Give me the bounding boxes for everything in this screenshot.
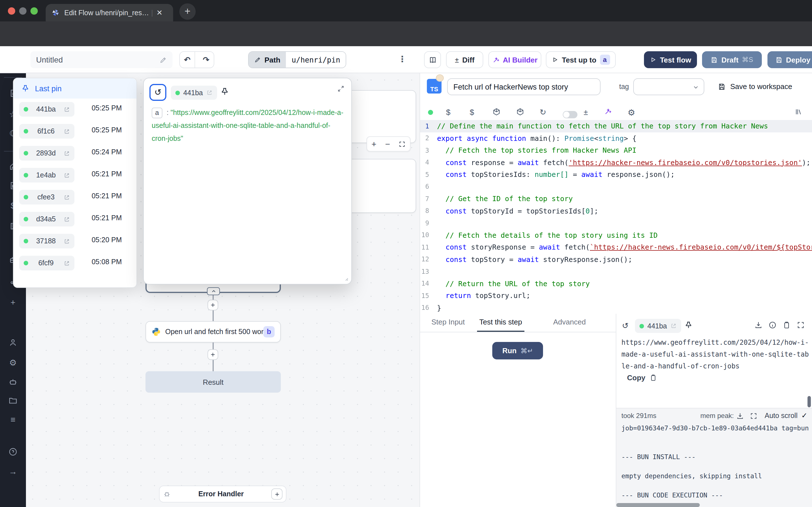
step-title-input[interactable]: [447, 78, 601, 95]
variables-icon[interactable]: $: [446, 108, 451, 117]
sidebar-item-add[interactable]: +: [0, 297, 26, 307]
tab-close-icon[interactable]: ✕: [156, 8, 163, 17]
external-link-icon[interactable]: [64, 216, 70, 222]
tag-select[interactable]: [633, 78, 704, 95]
ai-builder-button[interactable]: AI Builder: [488, 51, 541, 68]
pin-id-pill[interactable]: 441ba: [19, 102, 74, 117]
zoom-out-icon[interactable]: −: [385, 139, 390, 149]
window-zoom-button[interactable]: [31, 7, 38, 15]
download-icon[interactable]: [737, 412, 744, 420]
pin-id-pill[interactable]: d34a5: [19, 212, 74, 226]
pin-id-pill[interactable]: 1e4ab: [19, 168, 74, 182]
external-link-icon[interactable]: [670, 323, 677, 329]
pin-icon[interactable]: [684, 321, 693, 329]
deploy-button[interactable]: Deploy: [767, 51, 812, 68]
resize-handle[interactable]: [342, 275, 349, 282]
auto-scroll-label[interactable]: Auto scroll: [765, 412, 798, 420]
log-panel[interactable]: took 291ms mem peak: 2 Auto scroll ✓ job…: [616, 408, 812, 507]
flow-name-field[interactable]: Untitled: [31, 51, 172, 68]
pin-list-item[interactable]: 37188 05:20 PM: [13, 233, 137, 249]
redo-button[interactable]: ↷: [199, 52, 214, 68]
sidebar-item-help[interactable]: [0, 447, 26, 456]
sidebar-collapse-icon[interactable]: →: [0, 466, 26, 476]
external-link-icon[interactable]: [64, 128, 70, 134]
diff-icon[interactable]: ±: [583, 108, 588, 117]
diff-button[interactable]: ± Diff: [446, 51, 483, 68]
reload-icon[interactable]: ↻: [540, 108, 546, 117]
collapse-chevron-up-icon[interactable]: [207, 287, 220, 295]
run-button[interactable]: Run⌘↵: [492, 342, 543, 359]
window-close-button[interactable]: [8, 7, 15, 15]
pin-list-item[interactable]: cfee3 05:21 PM: [13, 189, 137, 206]
path-button[interactable]: Path u/henri/pin: [248, 51, 347, 68]
browser-tab[interactable]: Edit Flow u/henri/pin_results | ✕: [46, 4, 173, 21]
info-icon[interactable]: [769, 321, 776, 329]
external-link-icon[interactable]: [64, 172, 70, 178]
sidebar-item-workers[interactable]: [0, 378, 26, 386]
pin-list-item[interactable]: d34a5 05:21 PM: [13, 211, 137, 228]
settings-gear-icon[interactable]: ⚙: [627, 108, 635, 118]
fullscreen-icon[interactable]: [750, 412, 757, 420]
add-error-handler-button[interactable]: [271, 489, 283, 500]
save-to-workspace-button[interactable]: Save to workspace: [718, 82, 792, 91]
package-icon[interactable]: [516, 108, 524, 116]
history-icon[interactable]: ↺: [622, 321, 628, 330]
pin-icon[interactable]: [220, 87, 229, 96]
clipboard-icon[interactable]: [783, 321, 791, 329]
fullscreen-icon[interactable]: [797, 321, 805, 329]
pin-id-pill[interactable]: 6f1c6: [19, 124, 74, 138]
window-minimize-button[interactable]: [19, 7, 27, 15]
vertical-scrollbar-thumb[interactable]: [808, 396, 811, 407]
external-link-icon[interactable]: [64, 260, 70, 266]
draft-button[interactable]: Draft ⌘S: [702, 51, 762, 68]
edit-pencil-icon[interactable]: [160, 56, 167, 63]
download-icon[interactable]: [755, 321, 762, 329]
insert-step-button[interactable]: [207, 300, 218, 311]
pin-id-pill[interactable]: 441ba: [171, 86, 217, 100]
expand-icon[interactable]: [337, 85, 345, 93]
copy-button[interactable]: Copy: [627, 374, 657, 382]
external-link-icon[interactable]: [64, 150, 70, 156]
library-icon[interactable]: [795, 108, 803, 116]
diff-mode-toggle[interactable]: [563, 111, 577, 118]
tab-step-input[interactable]: Step Input: [432, 318, 465, 326]
sidebar-item-folders[interactable]: [0, 396, 26, 405]
pin-list-item[interactable]: 441ba 05:25 PM: [13, 101, 137, 118]
more-options-icon[interactable]: ⋮: [398, 54, 407, 64]
insert-step-button[interactable]: [207, 349, 218, 360]
error-handler-node[interactable]: Error Handler: [159, 486, 287, 503]
docs-button[interactable]: [424, 51, 441, 68]
package-icon[interactable]: [492, 108, 501, 116]
new-tab-button[interactable]: +: [179, 3, 196, 20]
result-node[interactable]: Result: [146, 371, 281, 393]
pin-id-pill[interactable]: 2893d: [19, 146, 74, 161]
sidebar-item-settings[interactable]: ⚙: [0, 358, 26, 368]
pin-id-pill[interactable]: cfee3: [19, 190, 74, 205]
history-button[interactable]: ↺: [149, 84, 166, 101]
sidebar-item-account[interactable]: [0, 338, 26, 347]
ai-wand-icon[interactable]: [604, 108, 612, 115]
pin-list-item[interactable]: 2893d 05:24 PM: [13, 145, 137, 162]
pin-list-item[interactable]: 6f1c6 05:25 PM: [13, 123, 137, 140]
pin-id-pill[interactable]: 6fcf9: [19, 256, 74, 270]
sidebar-item-groups[interactable]: ≡: [0, 414, 26, 424]
pin-list-item[interactable]: 1e4ab 05:21 PM: [13, 167, 137, 184]
tab-advanced[interactable]: Advanced: [553, 318, 586, 326]
code-editor[interactable]: 1// Define the main function to fetch th…: [420, 120, 812, 314]
test-up-to-button[interactable]: Test up to a: [546, 51, 616, 68]
horizontal-scrollbar-thumb[interactable]: [616, 503, 700, 507]
step-node-b[interactable]: Open url and fetch first 500 words of ..…: [146, 321, 281, 342]
external-link-icon[interactable]: [64, 106, 70, 112]
result-pin-pill[interactable]: 441ba: [635, 319, 681, 333]
resources-icon[interactable]: $: [470, 108, 474, 117]
fit-view-icon[interactable]: [399, 140, 405, 147]
test-flow-button[interactable]: Test flow: [644, 51, 697, 68]
external-link-icon[interactable]: [64, 194, 70, 200]
pin-list-item[interactable]: 6fcf9 05:08 PM: [13, 255, 137, 272]
pin-id-pill[interactable]: 37188: [19, 234, 74, 248]
tab-test-this-step[interactable]: Test this step: [479, 318, 522, 326]
undo-button[interactable]: ↶: [180, 52, 195, 68]
external-link-icon[interactable]: [206, 90, 213, 96]
external-link-icon[interactable]: [64, 238, 70, 244]
zoom-in-icon[interactable]: +: [371, 139, 376, 149]
